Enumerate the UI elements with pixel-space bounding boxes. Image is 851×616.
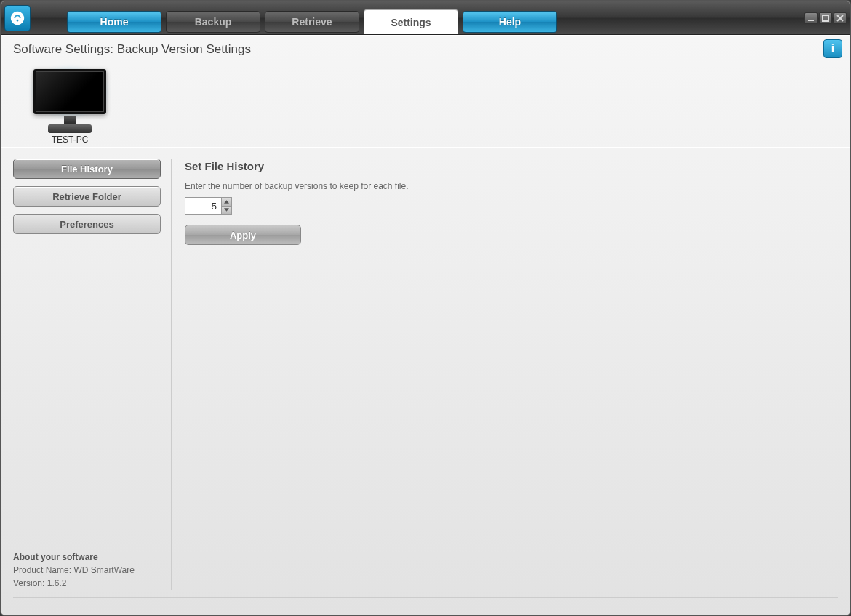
tab-retrieve-label: Retrieve — [292, 16, 332, 28]
sidebar-item-label: Preferences — [60, 219, 113, 230]
about-product-value: WD SmartWare — [73, 565, 135, 575]
device-label: TEST-PC — [19, 135, 121, 145]
versions-input[interactable] — [185, 197, 221, 215]
svg-marker-5 — [224, 209, 229, 212]
about-heading: About your software — [13, 551, 161, 564]
app-window: Home Backup Retrieve Settings Help Softw… — [0, 0, 851, 616]
body-row: File History Retrieve Folder Preferences… — [1, 148, 850, 597]
about-product-line: Product Name: WD SmartWare — [13, 564, 161, 577]
device-row: TEST-PC — [1, 63, 850, 148]
info-icon: i — [831, 42, 834, 55]
content: Software Settings: Backup Version Settin… — [1, 35, 850, 615]
svg-marker-4 — [224, 200, 229, 203]
sidebar-item-retrieve-folder[interactable]: Retrieve Folder — [13, 186, 161, 207]
chevron-up-icon — [224, 200, 229, 204]
device: TEST-PC — [19, 69, 121, 145]
maximize-button[interactable] — [819, 12, 832, 24]
sidebar-item-label: Retrieve Folder — [52, 191, 121, 202]
tab-home-label: Home — [100, 16, 129, 28]
about-version-value: 1.6.2 — [47, 578, 67, 588]
tab-help[interactable]: Help — [463, 11, 557, 33]
sidebar: File History Retrieve Folder Preferences… — [13, 159, 172, 590]
monitor-icon — [33, 69, 106, 133]
about-version-line: Version: 1.6.2 — [13, 577, 161, 590]
main-panel: Set File History Enter the number of bac… — [172, 159, 838, 590]
about-product-label: Product Name: — [13, 565, 73, 575]
spinner-buttons — [221, 197, 232, 215]
sidebar-item-file-history[interactable]: File History — [13, 159, 161, 179]
tab-retrieve[interactable]: Retrieve — [265, 11, 359, 33]
chevron-down-icon — [224, 208, 229, 212]
close-button[interactable] — [834, 12, 847, 24]
sidebar-item-label: File History — [61, 164, 113, 175]
panel-heading: Set File History — [185, 160, 838, 172]
spinner-up-button[interactable] — [222, 198, 231, 207]
tabs: Home Backup Retrieve Settings Help — [67, 1, 557, 34]
sidebar-item-preferences[interactable]: Preferences — [13, 214, 161, 234]
tab-backup-label: Backup — [195, 16, 232, 28]
apply-button[interactable]: Apply — [185, 225, 301, 245]
tab-home[interactable]: Home — [67, 11, 161, 33]
page-title: Software Settings: Backup Version Settin… — [13, 42, 251, 57]
svg-rect-1 — [823, 15, 828, 21]
app-icon — [4, 5, 31, 31]
info-button[interactable]: i — [823, 39, 842, 58]
spinner-row — [185, 197, 838, 215]
about-block: About your software Product Name: WD Sma… — [13, 551, 161, 590]
tab-help-label: Help — [499, 16, 521, 28]
tab-settings[interactable]: Settings — [364, 9, 458, 34]
titlebar: Home Backup Retrieve Settings Help — [1, 1, 850, 35]
spinner-down-button[interactable] — [222, 207, 231, 215]
panel-description: Enter the number of backup versions to k… — [185, 181, 838, 191]
tab-backup[interactable]: Backup — [166, 11, 260, 33]
window-controls — [804, 12, 847, 24]
footer-divider — [13, 597, 838, 615]
about-version-label: Version: — [13, 578, 47, 588]
apply-button-label: Apply — [230, 230, 256, 241]
tab-settings-label: Settings — [391, 17, 431, 28]
minimize-button[interactable] — [804, 12, 818, 24]
page-header: Software Settings: Backup Version Settin… — [1, 36, 850, 63]
